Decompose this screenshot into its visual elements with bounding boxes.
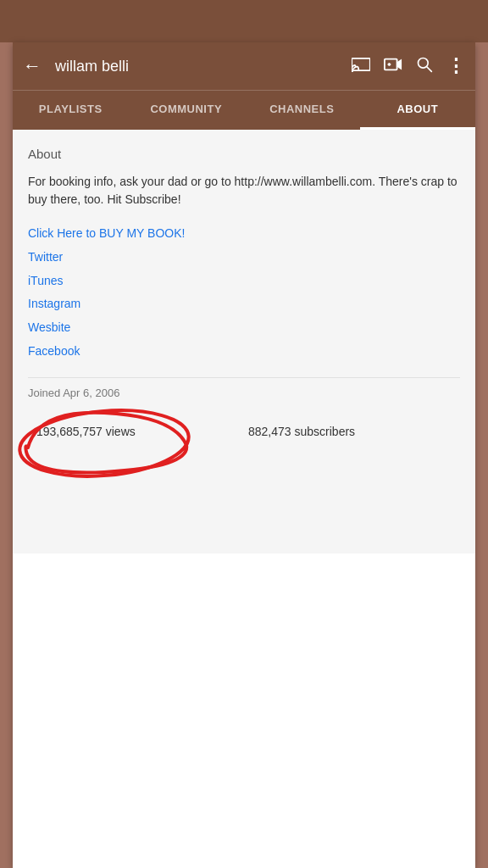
status-bar: [0, 0, 488, 42]
toolbar: ← willam belli: [13, 42, 475, 90]
tab-playlists[interactable]: PLAYLISTS: [13, 91, 129, 130]
tabs-bar: PLAYLISTS COMMUNITY CHANNELS ABOUT: [13, 90, 475, 130]
about-description: For booking info, ask your dad or go to …: [28, 173, 460, 209]
tab-community[interactable]: COMMUNITY: [129, 91, 245, 130]
search-icon[interactable]: [416, 56, 433, 77]
views-stat: 193,685,757 views: [28, 425, 248, 438]
link-itunes[interactable]: iTunes: [28, 271, 460, 292]
cast-icon[interactable]: [352, 57, 370, 76]
tab-channels[interactable]: CHANNELS: [244, 91, 360, 130]
circle-annotation: [13, 401, 208, 481]
svg-line-7: [427, 66, 432, 71]
subscribers-stat: 882,473 subscribers: [248, 425, 460, 438]
views-value: 193,685,757 views: [36, 425, 248, 438]
links-section: Click Here to BUY MY BOOK! Twitter iTune…: [28, 224, 460, 362]
back-button[interactable]: ←: [23, 55, 42, 77]
joined-date: Joined Apr 6, 2006: [28, 387, 460, 399]
divider: [28, 377, 460, 378]
app-container: ← willam belli: [13, 42, 475, 868]
video-camera-icon[interactable]: [384, 57, 402, 76]
more-options-icon[interactable]: ⋮: [446, 55, 465, 77]
subscribers-value: 882,473 subscribers: [248, 425, 460, 438]
toolbar-title: willam belli: [55, 58, 341, 75]
link-website[interactable]: Wesbite: [28, 318, 460, 338]
svg-point-8: [17, 403, 191, 481]
about-heading: About: [28, 147, 460, 161]
link-twitter[interactable]: Twitter: [28, 248, 460, 268]
stats-row: 193,685,757 views 882,473 subscribers: [28, 416, 460, 447]
toolbar-icons: ⋮: [352, 55, 465, 77]
tab-about[interactable]: ABOUT: [360, 91, 476, 130]
link-instagram[interactable]: Instagram: [28, 294, 460, 314]
about-content: About For booking info, ask your dad or …: [13, 130, 475, 554]
link-facebook[interactable]: Facebook: [28, 342, 460, 362]
link-buy-book[interactable]: Click Here to BUY MY BOOK!: [28, 224, 460, 244]
